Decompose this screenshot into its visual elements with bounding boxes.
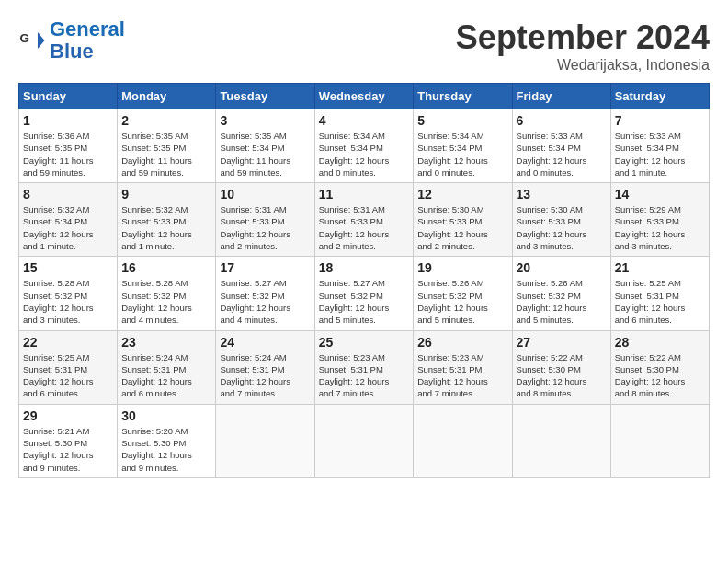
day-number: 18	[319, 260, 410, 275]
header-sunday: Sunday	[19, 84, 118, 109]
day-info: Sunrise: 5:30 AM Sunset: 5:33 PM Dayligh…	[417, 203, 507, 252]
table-row: 19Sunrise: 5:26 AM Sunset: 5:32 PM Dayli…	[414, 257, 512, 330]
header-wednesday: Wednesday	[314, 84, 414, 109]
day-info: Sunrise: 5:20 AM Sunset: 5:30 PM Dayligh…	[121, 425, 211, 474]
day-info: Sunrise: 5:32 AM Sunset: 5:34 PM Dayligh…	[23, 203, 113, 252]
table-row: 29Sunrise: 5:21 AM Sunset: 5:30 PM Dayli…	[19, 404, 118, 477]
logo-line2: Blue	[50, 40, 94, 63]
table-row: 24Sunrise: 5:24 AM Sunset: 5:31 PM Dayli…	[216, 330, 314, 404]
day-number: 14	[615, 187, 705, 201]
day-info: Sunrise: 5:34 AM Sunset: 5:34 PM Dayligh…	[319, 130, 410, 178]
day-number: 29	[23, 408, 113, 423]
day-info: Sunrise: 5:23 AM Sunset: 5:31 PM Dayligh…	[319, 351, 410, 400]
day-number: 24	[220, 335, 310, 350]
day-number: 20	[517, 260, 607, 275]
day-number: 15	[23, 260, 113, 275]
table-row	[216, 404, 314, 477]
table-row: 5Sunrise: 5:34 AM Sunset: 5:34 PM Daylig…	[414, 109, 512, 183]
day-info: Sunrise: 5:25 AM Sunset: 5:31 PM Dayligh…	[615, 277, 705, 326]
table-row: 17Sunrise: 5:27 AM Sunset: 5:32 PM Dayli…	[216, 257, 314, 330]
table-row: 18Sunrise: 5:27 AM Sunset: 5:32 PM Dayli…	[314, 257, 414, 330]
table-row	[610, 404, 709, 477]
header-thursday: Thursday	[414, 84, 512, 109]
day-info: Sunrise: 5:31 AM Sunset: 5:33 PM Dayligh…	[220, 203, 310, 252]
day-info: Sunrise: 5:36 AM Sunset: 5:35 PM Dayligh…	[23, 130, 113, 178]
day-number: 30	[121, 408, 211, 423]
day-number: 19	[417, 260, 507, 275]
day-info: Sunrise: 5:21 AM Sunset: 5:30 PM Dayligh…	[23, 425, 113, 474]
svg-marker-1	[38, 32, 45, 49]
day-info: Sunrise: 5:32 AM Sunset: 5:33 PM Dayligh…	[121, 203, 211, 252]
table-row: 1Sunrise: 5:36 AM Sunset: 5:35 PM Daylig…	[19, 109, 118, 183]
day-number: 13	[517, 187, 607, 201]
day-info: Sunrise: 5:33 AM Sunset: 5:34 PM Dayligh…	[517, 130, 607, 178]
location: Wedarijaksa, Indonesia	[456, 57, 710, 74]
day-info: Sunrise: 5:31 AM Sunset: 5:33 PM Dayligh…	[319, 203, 410, 252]
logo-line1: General	[50, 17, 125, 40]
day-info: Sunrise: 5:29 AM Sunset: 5:33 PM Dayligh…	[615, 203, 705, 252]
table-row: 6Sunrise: 5:33 AM Sunset: 5:34 PM Daylig…	[512, 109, 610, 183]
table-row: 3Sunrise: 5:35 AM Sunset: 5:34 PM Daylig…	[216, 109, 314, 183]
day-info: Sunrise: 5:28 AM Sunset: 5:32 PM Dayligh…	[121, 277, 211, 326]
header-friday: Friday	[512, 84, 610, 109]
table-row: 13Sunrise: 5:30 AM Sunset: 5:33 PM Dayli…	[512, 183, 610, 257]
table-row: 16Sunrise: 5:28 AM Sunset: 5:32 PM Dayli…	[118, 257, 216, 330]
day-number: 26	[417, 335, 507, 350]
table-row: 26Sunrise: 5:23 AM Sunset: 5:31 PM Dayli…	[414, 330, 512, 404]
day-number: 5	[417, 113, 507, 128]
table-row	[512, 404, 610, 477]
day-number: 11	[319, 187, 410, 201]
calendar-table: Sunday Monday Tuesday Wednesday Thursday…	[18, 83, 710, 478]
day-number: 27	[517, 335, 607, 350]
day-info: Sunrise: 5:30 AM Sunset: 5:33 PM Dayligh…	[517, 203, 607, 252]
table-row: 23Sunrise: 5:24 AM Sunset: 5:31 PM Dayli…	[118, 330, 216, 404]
table-row: 28Sunrise: 5:22 AM Sunset: 5:30 PM Dayli…	[610, 330, 709, 404]
table-row: 10Sunrise: 5:31 AM Sunset: 5:33 PM Dayli…	[216, 183, 314, 257]
day-number: 2	[121, 113, 211, 128]
day-number: 23	[121, 335, 211, 350]
day-number: 21	[615, 260, 705, 275]
day-number: 7	[615, 113, 705, 128]
day-info: Sunrise: 5:24 AM Sunset: 5:31 PM Dayligh…	[220, 351, 310, 400]
logo: G General Blue	[18, 18, 125, 63]
table-row: 27Sunrise: 5:22 AM Sunset: 5:30 PM Dayli…	[512, 330, 610, 404]
day-number: 1	[23, 113, 113, 128]
calendar-week-row: 22Sunrise: 5:25 AM Sunset: 5:31 PM Dayli…	[19, 330, 710, 404]
day-info: Sunrise: 5:35 AM Sunset: 5:34 PM Dayligh…	[220, 130, 310, 178]
table-row: 7Sunrise: 5:33 AM Sunset: 5:34 PM Daylig…	[610, 109, 709, 183]
day-number: 22	[23, 335, 113, 350]
calendar-week-row: 8Sunrise: 5:32 AM Sunset: 5:34 PM Daylig…	[19, 183, 710, 257]
weekday-header-row: Sunday Monday Tuesday Wednesday Thursday…	[19, 84, 710, 109]
table-row: 8Sunrise: 5:32 AM Sunset: 5:34 PM Daylig…	[19, 183, 118, 257]
header-monday: Monday	[118, 84, 216, 109]
day-number: 8	[23, 187, 113, 201]
day-info: Sunrise: 5:26 AM Sunset: 5:32 PM Dayligh…	[417, 277, 507, 326]
table-row	[314, 404, 414, 477]
day-info: Sunrise: 5:27 AM Sunset: 5:32 PM Dayligh…	[319, 277, 410, 326]
table-row: 25Sunrise: 5:23 AM Sunset: 5:31 PM Dayli…	[314, 330, 414, 404]
table-row: 21Sunrise: 5:25 AM Sunset: 5:31 PM Dayli…	[610, 257, 709, 330]
table-row: 9Sunrise: 5:32 AM Sunset: 5:33 PM Daylig…	[118, 183, 216, 257]
table-row: 2Sunrise: 5:35 AM Sunset: 5:35 PM Daylig…	[118, 109, 216, 183]
day-info: Sunrise: 5:22 AM Sunset: 5:30 PM Dayligh…	[615, 351, 705, 400]
day-number: 16	[121, 260, 211, 275]
table-row	[414, 404, 512, 477]
header: G General Blue September 2024 Wedarijaks…	[18, 18, 710, 74]
table-row: 4Sunrise: 5:34 AM Sunset: 5:34 PM Daylig…	[314, 109, 414, 183]
day-info: Sunrise: 5:22 AM Sunset: 5:30 PM Dayligh…	[517, 351, 607, 400]
table-row: 20Sunrise: 5:26 AM Sunset: 5:32 PM Dayli…	[512, 257, 610, 330]
day-number: 4	[319, 113, 410, 128]
day-number: 10	[220, 187, 310, 201]
table-row: 15Sunrise: 5:28 AM Sunset: 5:32 PM Dayli…	[19, 257, 118, 330]
day-info: Sunrise: 5:23 AM Sunset: 5:31 PM Dayligh…	[417, 351, 507, 400]
day-info: Sunrise: 5:26 AM Sunset: 5:32 PM Dayligh…	[517, 277, 607, 326]
day-info: Sunrise: 5:28 AM Sunset: 5:32 PM Dayligh…	[23, 277, 113, 326]
calendar-week-row: 29Sunrise: 5:21 AM Sunset: 5:30 PM Dayli…	[19, 404, 710, 477]
title-area: September 2024 Wedarijaksa, Indonesia	[456, 18, 710, 74]
calendar-week-row: 1Sunrise: 5:36 AM Sunset: 5:35 PM Daylig…	[19, 109, 710, 183]
day-number: 9	[121, 187, 211, 201]
table-row: 22Sunrise: 5:25 AM Sunset: 5:31 PM Dayli…	[19, 330, 118, 404]
table-row: 12Sunrise: 5:30 AM Sunset: 5:33 PM Dayli…	[414, 183, 512, 257]
day-info: Sunrise: 5:35 AM Sunset: 5:35 PM Dayligh…	[121, 130, 211, 178]
day-number: 25	[319, 335, 410, 350]
